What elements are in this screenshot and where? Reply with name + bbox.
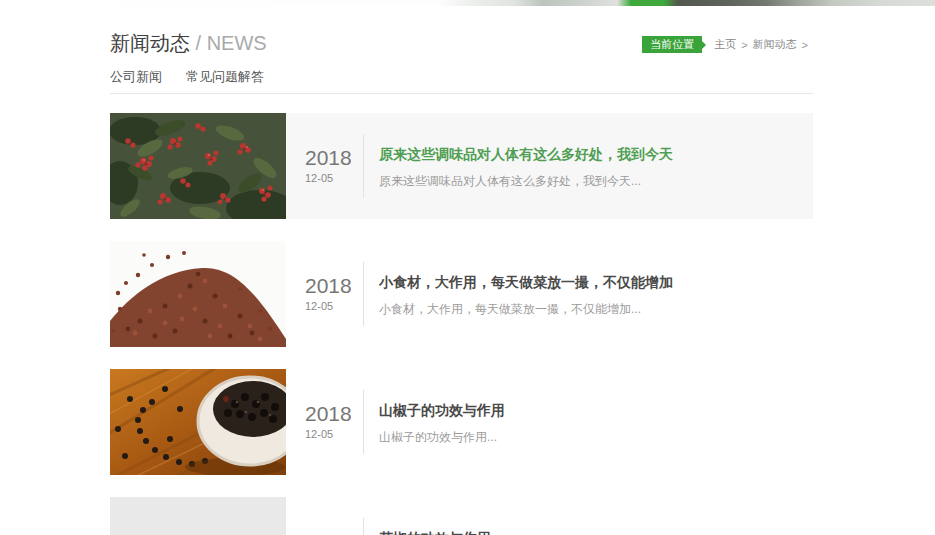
page-title: 新闻动态 / NEWS (110, 30, 267, 56)
news-year: 2018 (305, 146, 363, 170)
news-page: 新闻动态 / NEWS 当前位置 主页 > 新闻动态 > 公司新闻 常见问题解答 (110, 30, 813, 535)
breadcrumb-badge: 当前位置 (642, 36, 702, 53)
news-thumbnail-pepper-bowl[interactable] (110, 369, 286, 475)
news-date: 2018 12-05 (305, 402, 363, 442)
page-header: 新闻动态 / NEWS 当前位置 主页 > 新闻动态 > (110, 30, 813, 56)
news-day: 12-05 (305, 427, 363, 442)
page-title-cn: 新闻动态 (110, 32, 190, 54)
news-year (305, 530, 363, 535)
page-title-en: / NEWS (196, 32, 267, 54)
news-list: 2018 12-05 原来这些调味品对人体有这么多好处，我到今天 原来这些调味品… (110, 113, 813, 535)
news-excerpt: 原来这些调味品对人体有这么多好处，我到今天... (379, 173, 673, 189)
news-day: 12-05 (305, 299, 363, 314)
dried-peppercorn-pile-photo (110, 241, 286, 347)
news-content: 山椒子的功效与作用 山椒子的功效与作用... (363, 390, 505, 454)
news-thumbnail-peppercorn-pile[interactable] (110, 241, 286, 347)
news-item[interactable]: 花椒的功效与作用 (110, 497, 813, 535)
news-title-link[interactable]: 山椒子的功效与作用 (379, 400, 505, 420)
news-title-link[interactable]: 原来这些调味品对人体有这么多好处，我到今天 (379, 144, 673, 164)
tabs-divider (110, 93, 813, 94)
news-date (305, 530, 363, 535)
news-item[interactable]: 2018 12-05 原来这些调味品对人体有这么多好处，我到今天 原来这些调味品… (110, 113, 813, 219)
pepper-bowl-photo (110, 369, 286, 475)
news-year: 2018 (305, 274, 363, 298)
breadcrumb-home-link[interactable]: 主页 (714, 37, 736, 52)
breadcrumb-current-link[interactable]: 新闻动态 (753, 37, 797, 52)
breadcrumb-separator: > (741, 39, 747, 51)
tab-company-news[interactable]: 公司新闻 (110, 68, 162, 86)
news-date: 2018 12-05 (305, 146, 363, 186)
breadcrumb-separator: > (802, 39, 808, 51)
news-content: 花椒的功效与作用 (363, 518, 491, 535)
news-item[interactable]: 2018 12-05 山椒子的功效与作用 山椒子的功效与作用... (110, 369, 813, 475)
news-thumbnail-placeholder[interactable] (110, 497, 286, 535)
breadcrumb: 当前位置 主页 > 新闻动态 > (642, 36, 813, 53)
news-content: 小食材，大作用，每天做菜放一撮，不仅能增加 小食材，大作用，每天做菜放一撮，不仅… (363, 262, 673, 326)
placeholder-image (110, 497, 286, 535)
news-title-link[interactable]: 花椒的功效与作用 (379, 528, 491, 535)
news-excerpt: 山椒子的功效与作用... (379, 429, 505, 445)
news-thumbnail-red-berries[interactable] (110, 113, 286, 219)
news-content: 原来这些调味品对人体有这么多好处，我到今天 原来这些调味品对人体有这么多好处，我… (363, 134, 673, 198)
red-berries-photo (110, 113, 286, 219)
news-excerpt: 小食材，大作用，每天做菜放一撮，不仅能增加... (379, 301, 673, 317)
news-title-link[interactable]: 小食材，大作用，每天做菜放一撮，不仅能增加 (379, 272, 673, 292)
news-item[interactable]: 2018 12-05 小食材，大作用，每天做菜放一撮，不仅能增加 小食材，大作用… (110, 241, 813, 347)
news-year: 2018 (305, 402, 363, 426)
banner-image (0, 0, 935, 6)
tab-faq[interactable]: 常见问题解答 (186, 68, 264, 86)
news-tabs: 公司新闻 常见问题解答 (110, 68, 813, 86)
news-day: 12-05 (305, 171, 363, 186)
news-date: 2018 12-05 (305, 274, 363, 314)
